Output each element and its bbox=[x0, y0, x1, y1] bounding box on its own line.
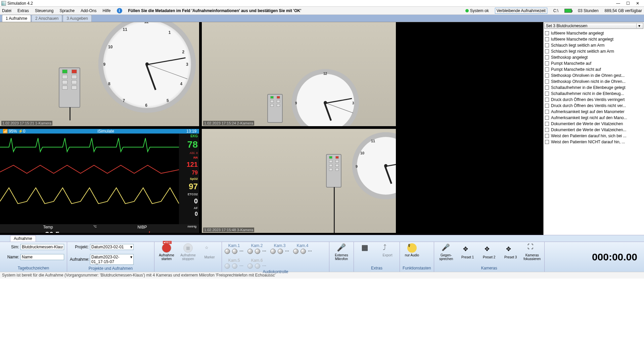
close-button[interactable]: ✕ bbox=[636, 1, 639, 6]
preset2-button[interactable]: ✥Preset 2 bbox=[480, 245, 499, 259]
checkbox-icon[interactable] bbox=[545, 73, 549, 78]
checklist-item-label: Stethoskop angelegt bbox=[551, 55, 588, 60]
checklist-item-label: Schlauch liegt nicht seitlich am Arm bbox=[551, 49, 614, 54]
checkbox-icon[interactable] bbox=[545, 122, 549, 126]
hint-text: Füllen Sie die Metadaten im Feld 'Aufnah… bbox=[128, 8, 301, 13]
grid-icon: ▦ bbox=[361, 243, 371, 253]
checkbox-icon[interactable] bbox=[545, 31, 549, 35]
audio-icon: 🎙 bbox=[407, 243, 417, 253]
export-button[interactable]: ⤴Export bbox=[378, 243, 397, 257]
checklist-item[interactable]: Weist den Patienten darauf hin, sich bei… bbox=[545, 133, 643, 139]
menu-sprache[interactable]: Sprache bbox=[59, 8, 75, 13]
vital-monitor[interactable]: 📶 95% ⚡0 iSimulate 13:19 EKG 78 bbox=[0, 129, 199, 233]
checkbox-icon[interactable] bbox=[545, 49, 549, 53]
camera-1-overlay: 1.02.2023 17:15:21 1-Kamera bbox=[1, 121, 52, 126]
checklist-item[interactable]: Stethoskop Ohroliven nicht in die Ohren.… bbox=[545, 79, 643, 85]
chevron-down-icon: ▾ bbox=[636, 23, 642, 28]
checkbox-icon[interactable] bbox=[545, 43, 549, 47]
status-dot-icon bbox=[465, 9, 469, 12]
record-start-button[interactable]: ●RECAufnahme starten bbox=[157, 243, 176, 261]
kam4-label[interactable]: Kam.4 bbox=[297, 243, 309, 248]
checklist-item[interactable]: Aufmerksamkeit liegt nicht auf den Mano.… bbox=[545, 115, 643, 121]
gegensprechen-button[interactable]: 🎤Gegen- sprechen bbox=[437, 243, 456, 261]
checklist-item[interactable]: Schallaufnehmer in die Ellenbeuge gelegt bbox=[545, 85, 643, 91]
minimize-button[interactable]: — bbox=[616, 1, 620, 6]
aufnahme-dropdown[interactable]: Datum2023-02-01_17-15-07▾ bbox=[90, 254, 134, 265]
checklist-item-label: luftleere Manschette nicht angelegt bbox=[551, 37, 613, 42]
checklist-item[interactable]: Stethoskop Ohroliven in die Ohren gest..… bbox=[545, 72, 643, 79]
checklist-item-label: Pumpt Manschette nicht auf bbox=[551, 67, 601, 72]
chevron-down-icon: ▾ bbox=[130, 245, 132, 249]
bottom-tab-aufnahme[interactable]: Aufnahme bbox=[10, 235, 36, 242]
checklist-item[interactable]: Dokumentiert die Werte der Vitalzeichen bbox=[545, 121, 643, 127]
camera-2[interactable]: 12 3 9 1.02.2023 17:15:24 2-Kamera bbox=[202, 22, 396, 126]
monitor-brand: iSimulate bbox=[97, 129, 114, 134]
checklist-item-label: Druck durch Öffnen des Ventils nicht ver… bbox=[551, 103, 626, 108]
checkbox-icon[interactable] bbox=[545, 104, 549, 108]
camera-1[interactable]: 121 23 45 67 89 1011 1.02.2023 17:15:21 … bbox=[0, 22, 199, 126]
ext-mic-button[interactable]: 🎤Externes Mikrofon bbox=[332, 243, 351, 261]
checklist-set-dropdown[interactable]: Set 3 Blutdruckmessen ▾ bbox=[544, 23, 643, 29]
checklist-item[interactable]: Pumpt Manschette nicht auf bbox=[545, 66, 643, 72]
checklist-item[interactable]: Druck durch Öffnen des Ventils verringer… bbox=[545, 97, 643, 103]
tagebuch-link[interactable]: Tagebuchzeichen bbox=[3, 265, 64, 270]
menu-addons[interactable]: Add-Ons bbox=[81, 8, 96, 13]
checkbox-icon[interactable] bbox=[545, 55, 549, 59]
only-audio-button[interactable]: 🎙nur Audio bbox=[403, 243, 421, 257]
kam-focus-button[interactable]: ⛶Kameras fokussieren bbox=[523, 243, 542, 261]
checklist-item[interactable]: Aufmerksamkeit liegt auf den Manometer bbox=[545, 109, 643, 115]
menu-extras[interactable]: Extras bbox=[17, 8, 29, 13]
kam3-label[interactable]: Kam.3 bbox=[274, 243, 286, 248]
menu-steuerung[interactable]: Steuerung bbox=[35, 8, 53, 13]
kam2-label[interactable]: Kam.2 bbox=[251, 243, 263, 248]
marker-button[interactable]: ☆Marker bbox=[200, 245, 219, 259]
checklist-item[interactable]: luftleere Manschette nicht angelegt bbox=[545, 36, 643, 42]
checklist-item[interactable]: Stethoskop angelegt bbox=[545, 54, 643, 60]
checkbox-icon[interactable] bbox=[545, 140, 549, 144]
checklist-list: luftleere Manschette angelegtluftleere M… bbox=[544, 30, 644, 235]
checklist-item[interactable]: Schallaufnehmer nicht in die Ellenbeug..… bbox=[545, 91, 643, 97]
maximize-button[interactable]: ☐ bbox=[626, 1, 630, 6]
checklist-item[interactable]: Weist den Patienten NICHT darauf hin, ..… bbox=[545, 139, 643, 145]
main-area: 121 23 45 67 89 1011 1.02.2023 17:15:21 … bbox=[0, 22, 644, 235]
checklist-item[interactable]: Schlauch liegt nicht seitlich am Arm bbox=[545, 48, 643, 54]
tab-aufnahme[interactable]: 1 Aufnahme bbox=[2, 15, 31, 22]
tab-anschauen[interactable]: 2 Anschauen bbox=[32, 15, 62, 22]
camera-2-overlay: 1.02.2023 17:15:24 2-Kamera bbox=[203, 121, 254, 126]
checkbox-icon[interactable] bbox=[545, 86, 549, 90]
menu-hilfe[interactable]: Hilfe bbox=[102, 8, 110, 13]
checklist-item[interactable]: Schlauch liegt seitlich am Arm bbox=[545, 42, 643, 48]
title-bar: Simulation 4.2 — ☐ ✕ bbox=[0, 0, 644, 7]
tab-ausgeben[interactable]: 3 Ausgeben bbox=[63, 15, 91, 22]
name-input[interactable] bbox=[20, 254, 64, 260]
checkbox-icon[interactable] bbox=[545, 110, 549, 114]
checkbox-icon[interactable] bbox=[545, 80, 549, 84]
menu-datei[interactable]: Datei bbox=[2, 8, 11, 13]
camera-3-overlay: 1.02.2023 17:15:48 3-Kamera bbox=[203, 228, 254, 232]
sim-input[interactable] bbox=[20, 244, 64, 250]
microphone-icon: 🎤 bbox=[337, 243, 346, 253]
export-icon: ⤴ bbox=[383, 243, 392, 253]
grid-button[interactable]: ▦ bbox=[357, 243, 375, 257]
checkbox-icon[interactable] bbox=[545, 116, 549, 120]
checklist-item[interactable]: Dokumentiert die Werte der Vitalzeichen.… bbox=[545, 127, 643, 133]
checkbox-icon[interactable] bbox=[545, 98, 549, 102]
checkbox-icon[interactable] bbox=[545, 37, 549, 41]
checkbox-icon[interactable] bbox=[545, 128, 549, 132]
camera-3[interactable]: 9 10 11 1.02.2023 17:15:48 3-Kamera bbox=[202, 129, 396, 233]
checklist-item-label: luftleere Manschette angelegt bbox=[551, 31, 604, 36]
camera-grid: 121 23 45 67 89 1011 1.02.2023 17:15:21 … bbox=[0, 22, 543, 235]
preset3-button[interactable]: ✥Preset 3 bbox=[501, 245, 520, 259]
checklist-item[interactable]: Druck durch Öffnen des Ventils nicht ver… bbox=[545, 103, 643, 109]
checkbox-icon[interactable] bbox=[545, 92, 549, 96]
talk-icon: 🎤 bbox=[442, 243, 451, 253]
checkbox-icon[interactable] bbox=[545, 61, 549, 65]
projekt-dropdown[interactable]: Datum2023-02-01▾ bbox=[90, 244, 134, 250]
kam1-label[interactable]: Kam.1 bbox=[228, 243, 240, 248]
preset1-button[interactable]: ✥Preset 1 bbox=[458, 245, 477, 259]
record-stop-button[interactable]: Aufnahme stoppen bbox=[179, 243, 197, 261]
checkbox-icon[interactable] bbox=[545, 134, 549, 138]
checkbox-icon[interactable] bbox=[545, 67, 549, 71]
checklist-item[interactable]: luftleere Manschette angelegt bbox=[545, 30, 643, 36]
checklist-item[interactable]: Pumpt Manschette auf bbox=[545, 60, 643, 66]
